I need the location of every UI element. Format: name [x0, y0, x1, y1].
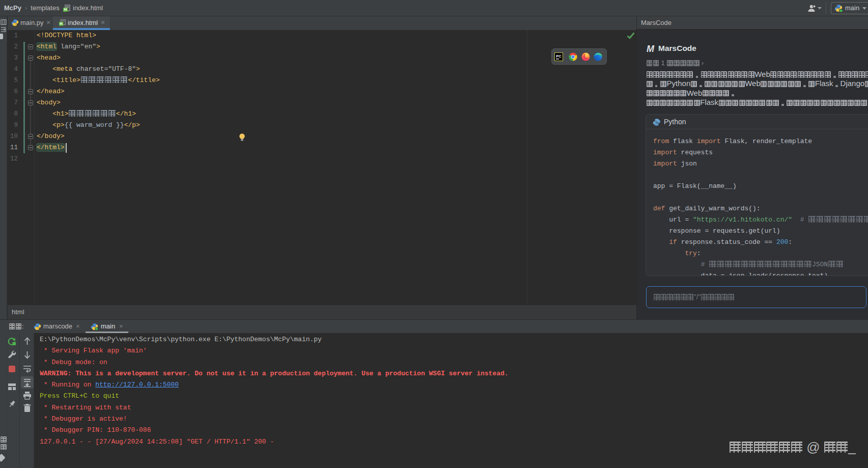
- svg-text:PC: PC: [556, 54, 562, 59]
- svg-text:H: H: [60, 22, 63, 25]
- svg-text:H: H: [64, 7, 67, 12]
